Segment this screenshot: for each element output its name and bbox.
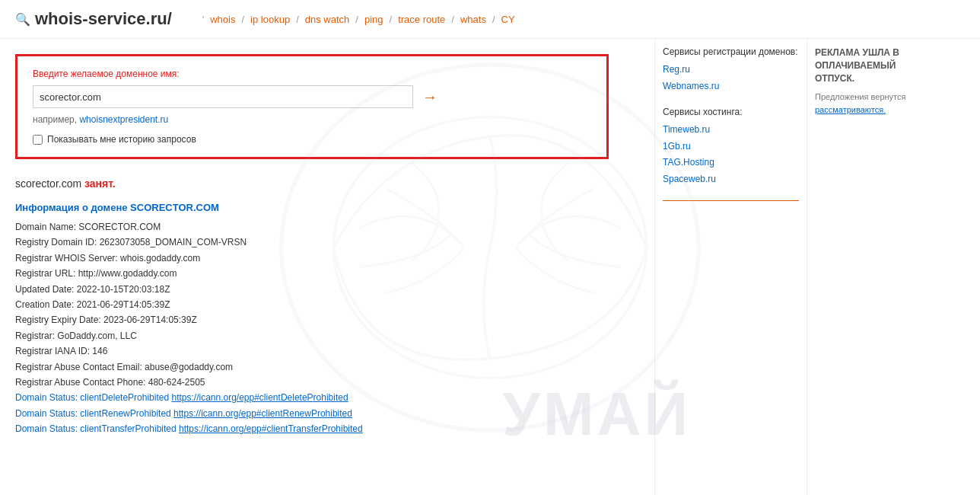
example-text: например, whoisnextpresident.ru [33, 114, 591, 125]
logo-text: whois-service.ru/ [35, 9, 172, 29]
nav-cy[interactable]: CY [498, 12, 518, 27]
sidebar-link-1gb[interactable]: 1Gb.ru [663, 139, 799, 155]
sidebar-link-reg-ru[interactable]: Reg.ru [663, 62, 799, 78]
whois-line: Registrar URL: http://www.godaddy.com [15, 266, 609, 281]
right-sidebar: Сервисы регистрации доменов: Reg.ru Webn… [654, 39, 807, 495]
history-checkbox-row: Показывать мне историю запросов [33, 134, 591, 145]
status-occupied: занят. [84, 177, 116, 190]
nav-traceroute[interactable]: trace route [395, 12, 448, 27]
logo-icon: 🔍 [15, 12, 30, 27]
whois-line: Creation Date: 2021-06-29T14:05:39Z [15, 297, 609, 312]
sidebar-link-tag[interactable]: TAG.Hosting [663, 155, 799, 171]
status-icann-link[interactable]: https://icann.org/epp#clientTransferProh… [179, 423, 363, 434]
nav-whois[interactable]: whois [207, 12, 238, 27]
whois-line: Registrar Abuse Contact Phone: 480-624-2… [15, 375, 609, 390]
whois-status-lines: Domain Status: clientDeleteProhibited ht… [15, 390, 609, 436]
sidebar-link-timeweb[interactable]: Timeweb.ru [663, 122, 799, 139]
sidebar-divider [663, 200, 799, 201]
domain-search-input[interactable] [33, 85, 413, 108]
ad-description: Предложения вернутся рассматриваются. [815, 91, 921, 116]
ad-column: РЕКЛАМА УШЛА В ОПЛАЧИВАЕМЫЙ ОТПУСК. Пред… [807, 39, 928, 495]
whois-line: Domain Name: SCORECTOR.COM [15, 219, 609, 235]
whois-line: Registrar WHOIS Server: whois.godaddy.co… [15, 251, 609, 266]
sidebar-reg-section: Сервисы регистрации доменов: Reg.ru Webn… [663, 46, 799, 94]
nav-whats[interactable]: whats [457, 12, 489, 27]
history-label: Показывать мне историю запросов [47, 134, 196, 145]
whois-line: Registrar: GoDaddy.com, LLC [15, 328, 609, 343]
nav-dnswatch[interactable]: dns watch [302, 12, 353, 27]
site-logo[interactable]: 🔍 whois-service.ru/ [15, 9, 172, 29]
whois-line: Registrar IANA ID: 146 [15, 343, 609, 359]
nav-sep-4: / [390, 14, 393, 25]
whois-info-section: Информация о домене SCORECTOR.COM Domain… [15, 202, 609, 436]
sidebar-hosting-title: Сервисы хостинга: [663, 107, 799, 117]
nav-iplookup[interactable]: ip lookup [247, 12, 293, 27]
nav-sep-5: / [451, 14, 454, 25]
whois-status-line: Domain Status: clientDeleteProhibited ht… [15, 390, 609, 405]
status-icann-link[interactable]: https://icann.org/epp#clientRenewProhibi… [173, 408, 352, 419]
nav-sep-6: / [492, 14, 495, 25]
nav-sep-0: ' [202, 14, 204, 25]
search-label: Введите желаемое доменное имя: [33, 69, 591, 79]
sidebar-link-webnames[interactable]: Webnames.ru [663, 78, 799, 95]
sidebar-hosting-section: Сервисы хостинга: Timeweb.ru 1Gb.ru TAG.… [663, 107, 799, 187]
history-checkbox[interactable] [33, 135, 43, 145]
result-section: scorector.com занят. Информация о домене… [15, 177, 609, 436]
whois-data: Domain Name: SCORECTOR.COMRegistry Domai… [15, 219, 609, 390]
nav-ping[interactable]: ping [361, 12, 387, 27]
example-link[interactable]: whoisnextpresident.ru [79, 114, 168, 125]
header: 🔍 whois-service.ru/ ' whois / ip lookup … [0, 0, 980, 39]
whois-line: Registry Domain ID: 2623073058_DOMAIN_CO… [15, 235, 609, 250]
domain-status-line: scorector.com занят. [15, 177, 609, 190]
nav-sep-2: / [296, 14, 299, 25]
status-icann-link[interactable]: https://icann.org/epp#clientDeleteProhib… [171, 392, 348, 403]
result-domain-name: scorector.com [15, 177, 81, 190]
ad-link[interactable]: рассматриваются. [815, 105, 886, 114]
ad-title: РЕКЛАМА УШЛА В ОПЛАЧИВАЕМЫЙ ОТПУСК. [815, 46, 921, 85]
whois-status-line: Domain Status: clientTransferProhibited … [15, 421, 609, 436]
whois-line: Registry Expiry Date: 2023-06-29T14:05:3… [15, 312, 609, 327]
sidebar-reg-title: Сервисы регистрации доменов: [663, 46, 799, 57]
search-button[interactable]: → [419, 88, 441, 106]
whois-status-line: Domain Status: clientRenewProhibited htt… [15, 406, 609, 421]
search-box: Введите желаемое доменное имя: → наприме… [15, 54, 609, 159]
nav-links: ' whois / ip lookup / dns watch / ping /… [202, 12, 518, 27]
sidebar-link-spaceweb[interactable]: Spaceweb.ru [663, 171, 799, 188]
whois-line: Updated Date: 2022-10-15T20:03:18Z [15, 282, 609, 297]
whois-title: Информация о домене SCORECTOR.COM [15, 202, 609, 213]
search-row: → [33, 85, 591, 108]
nav-sep-1: / [241, 14, 244, 25]
whois-line: Registrar Abuse Contact Email: abuse@god… [15, 359, 609, 375]
content-area: Введите желаемое доменное имя: → наприме… [0, 39, 654, 495]
nav-sep-3: / [355, 14, 358, 25]
